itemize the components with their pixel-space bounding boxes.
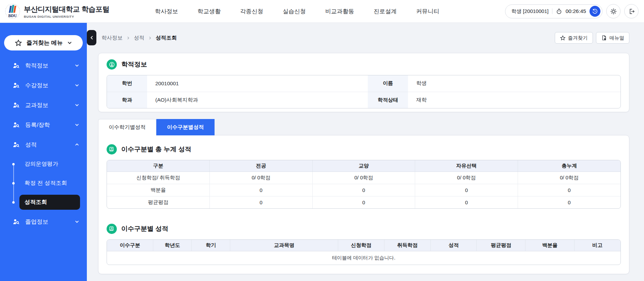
person-circle-icon: [107, 59, 117, 70]
main-nav: 학사정보 학교생활 각종신청 실습신청 비교과활동 진로설계 커뮤니티: [155, 8, 460, 15]
nav-item-academic-info[interactable]: 학사정보: [155, 8, 178, 15]
student-info-title: 학적정보: [121, 60, 147, 69]
bullet-dot: [12, 182, 15, 184]
sidebar-item-grades[interactable]: 성적: [0, 135, 87, 154]
body: 즐겨찾는 메뉴 학적정보: [0, 23, 644, 281]
breadcrumb-grades[interactable]: 성적: [134, 34, 144, 42]
user-search-icon: [12, 141, 20, 149]
grade-tabs: 이수학기별성적 이수구분별성적: [98, 119, 629, 135]
chevron-down-icon: [75, 63, 79, 68]
nav-item-applications[interactable]: 각종신청: [240, 8, 263, 15]
main-content: 학사정보 성적 성적조회: [87, 23, 644, 281]
favorites-menu-label: 즐겨찾는 메뉴: [27, 39, 63, 47]
field-value: 학생: [408, 75, 621, 92]
user-search-icon: [12, 121, 20, 129]
user-search-icon: [12, 218, 20, 226]
header-controls: 학생 [20010001] 00:26:45: [505, 4, 639, 18]
empty-table-message: 테이블에 데이터가 없습니다.: [107, 251, 621, 265]
bullet-dot: [12, 163, 15, 165]
nav-item-career-planning[interactable]: 진로설계: [374, 8, 397, 15]
document-info-icon: [601, 35, 607, 41]
chevron-down-icon: [75, 122, 79, 127]
sidebar-collapse-button[interactable]: [87, 30, 96, 45]
student-info-title-row: 학적정보: [107, 59, 621, 70]
student-info-card: 학적정보 학번 20010001 이름 학생 학과 (AO)사회복지학: [98, 53, 629, 112]
detail-section-title: 이수구분별 성적: [121, 224, 168, 233]
table-row: 백분율 0 0 0 0: [107, 184, 621, 196]
table-row: 학과 (AO)사회복지학과 학적상태 재학: [107, 92, 621, 108]
chevron-up-icon: [75, 142, 79, 147]
sidebar-menu: 학적정보 수강정보: [0, 56, 87, 232]
app: BDU 부산디지털대학교 학습포털 BUSAN DIGITAL UNIVERSI…: [0, 0, 644, 281]
user-search-icon: [12, 82, 20, 89]
sidebar-item-course-info[interactable]: 수강정보: [0, 75, 87, 95]
chevron-left-icon: [89, 35, 94, 40]
university-logo[interactable]: BDU 부산디지털대학교 학습포털 BUSAN DIGITAL UNIVERSI…: [5, 3, 109, 19]
chevron-down-icon: [75, 103, 79, 107]
sidebar-item-curriculum-info[interactable]: 교과정보: [0, 95, 87, 115]
empty-row: 테이블에 데이터가 없습니다.: [107, 251, 621, 265]
star-icon: [560, 35, 566, 41]
table-header-row: 이수구분 학년도 학기 교과목명 신청학점 취득학점 성적 평균평점 백분율 비…: [107, 240, 621, 251]
session-timer: 00:26:45: [566, 8, 586, 14]
nav-item-practicum-application[interactable]: 실습신청: [283, 8, 306, 15]
submenu-item-pre-confirmation-grade-inquiry[interactable]: 확정 전 성적조회: [0, 174, 87, 193]
submenu-item-lecture-evaluation[interactable]: 강의운영평가: [0, 154, 87, 174]
nav-item-community[interactable]: 커뮤니티: [416, 8, 439, 15]
session-pill: 학생 [20010001] 00:26:45: [505, 4, 602, 18]
table-row: 학번 20010001 이름 학생: [107, 75, 621, 92]
top-bar: BDU 부산디지털대학교 학습포털 BUSAN DIGITAL UNIVERSI…: [0, 0, 644, 23]
table-row: 신청학점/ 취득학점 0/ 0학점 0/ 0학점 0/ 0학점 0/ 0학점: [107, 172, 621, 184]
portal-title: 부산디지털대학교 학습포털: [24, 4, 109, 14]
field-value: (AO)사회복지학과: [147, 92, 368, 108]
table-row: 평균평점 0 0 0 0: [107, 196, 621, 208]
logout-icon: [628, 8, 635, 15]
field-value: 20010001: [147, 75, 368, 92]
nav-item-school-life[interactable]: 학교생활: [198, 8, 221, 15]
chevron-down-icon: [75, 219, 79, 224]
chevron-right-icon: [126, 36, 130, 40]
logout-button[interactable]: [624, 4, 639, 18]
svg-text:BDU: BDU: [8, 13, 17, 18]
page-actions: 즐겨찾기 매뉴얼: [555, 32, 630, 44]
sidebar-item-graduation-info[interactable]: 졸업정보: [0, 212, 87, 232]
favorites-menu-button[interactable]: 즐겨찾는 메뉴: [4, 35, 83, 50]
star-icon: [15, 39, 22, 47]
user-id-label: 학생 [20010001]: [511, 8, 548, 15]
bullet-dot: [12, 201, 15, 204]
book-icon: [107, 144, 117, 154]
summary-table: 구분 전공 교양 자유선택 총누계 신청학점/ 취득학점 0/ 0학점 0/ 0…: [107, 160, 621, 209]
chevron-right-icon: [148, 36, 152, 40]
user-search-icon: [12, 62, 20, 70]
session-extend-button[interactable]: [590, 6, 600, 17]
sidebar: 즐겨찾는 메뉴 학적정보: [0, 23, 87, 281]
field-label: 학과: [107, 92, 147, 108]
divider: [552, 9, 552, 14]
bdu-logo-icon: BDU: [5, 3, 20, 19]
add-favorite-button[interactable]: 즐겨찾기: [555, 32, 593, 44]
sidebar-item-student-records[interactable]: 학적정보: [0, 56, 87, 75]
field-label: 학적상태: [368, 92, 408, 108]
table-header-row: 구분 전공 교양 자유선택 총누계: [107, 160, 621, 172]
nav-item-extracurricular[interactable]: 비교과활동: [325, 8, 354, 15]
breadcrumb-grade-inquiry: 성적조회: [156, 34, 177, 42]
book-icon: [107, 224, 117, 234]
portal-subtitle: BUSAN DIGITAL UNIVERSITY: [24, 15, 109, 18]
tab-grades-by-semester[interactable]: 이수학기별성적: [98, 119, 156, 135]
chevron-down-icon: [67, 40, 72, 45]
submenu-item-grade-inquiry[interactable]: 성적조회: [0, 193, 87, 212]
field-label: 이름: [368, 75, 408, 92]
gear-icon: [610, 8, 617, 15]
sidebar-item-registration-scholarship[interactable]: 등록/장학: [0, 115, 87, 135]
student-info-table: 학번 20010001 이름 학생 학과 (AO)사회복지학과 학적상태 재학: [107, 75, 621, 108]
chevron-down-icon: [75, 83, 79, 88]
settings-button[interactable]: [606, 4, 621, 18]
stopwatch-icon: [556, 8, 562, 15]
field-value: 재학: [408, 92, 621, 108]
tab-grades-by-category[interactable]: 이수구분별성적: [156, 119, 215, 135]
page-header: 학사정보 성적 성적조회: [98, 30, 629, 46]
user-search-icon: [12, 101, 20, 109]
manual-button[interactable]: 매뉴얼: [596, 32, 630, 44]
breadcrumb-academic-info[interactable]: 학사정보: [101, 34, 123, 42]
summary-section-title-row: 이수구분별 총 누계 성적: [107, 144, 621, 154]
